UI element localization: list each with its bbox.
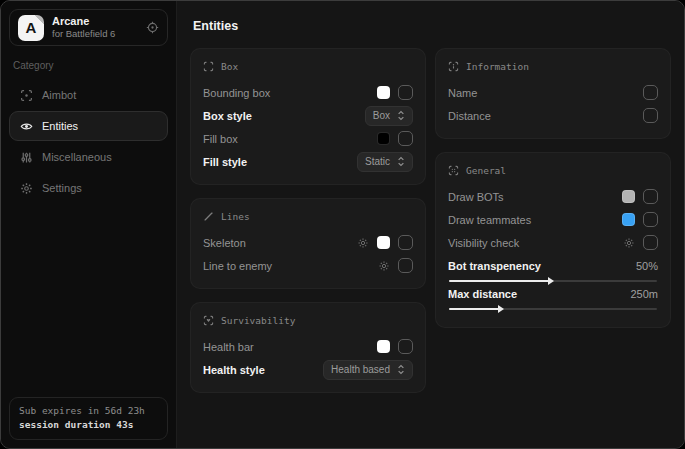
section-title: Survivability [221, 315, 295, 326]
setting-row: Box style Box [203, 104, 413, 127]
app-header-card: A Arcane for Battlefield 6 [9, 9, 168, 46]
setting-row: Visibility check [448, 231, 658, 254]
bot-transparency-slider[interactable] [449, 280, 657, 282]
setting-row: Draw teammates [448, 208, 658, 231]
eye-icon [20, 120, 33, 133]
max-distance-slider-group: Max distance 250m [448, 288, 658, 310]
slider-label: Bot transpenency [448, 260, 541, 272]
lines-section: Lines Skeleton [190, 198, 426, 289]
gear-icon[interactable] [623, 237, 635, 249]
sub-expiry-text: Sub expires in 56d 23h [19, 404, 158, 419]
draw-bots-checkbox[interactable] [643, 189, 658, 204]
sidebar-item-label: Entities [42, 120, 78, 132]
health-bar-checkbox[interactable] [398, 339, 413, 354]
info-brackets-icon [448, 61, 459, 72]
color-swatch[interactable] [377, 86, 390, 99]
chevron-updown-icon [397, 110, 405, 121]
chevron-updown-icon [397, 364, 405, 375]
section-title: Information [466, 61, 529, 72]
gear-icon[interactable] [357, 237, 369, 249]
color-swatch[interactable] [622, 213, 635, 226]
sidebar-item-settings[interactable]: Settings [9, 173, 168, 203]
setting-label: Visibility check [448, 237, 519, 249]
color-swatch[interactable] [377, 340, 390, 353]
visibility-check-checkbox[interactable] [643, 235, 658, 250]
grid-brackets-icon [448, 165, 459, 176]
line-to-enemy-checkbox[interactable] [398, 258, 413, 273]
setting-label: Fill style [203, 156, 247, 168]
bot-transparency-slider-group: Bot transpenency 50% [448, 260, 658, 282]
health-brackets-icon [203, 315, 214, 326]
color-swatch[interactable] [622, 190, 635, 203]
setting-label: Box style [203, 110, 252, 122]
survivability-section: Survivability Health bar Health style He… [190, 302, 426, 393]
sidebar-item-aimbot[interactable]: Aimbot [9, 80, 168, 110]
gear-icon[interactable] [378, 260, 390, 272]
category-label: Category [13, 60, 164, 71]
page-title: Entities [193, 19, 671, 33]
section-title: Box [221, 61, 238, 72]
distance-checkbox[interactable] [643, 108, 658, 123]
sidebar-item-label: Settings [42, 182, 82, 194]
app-subtitle: for Battlefield 6 [52, 28, 115, 40]
box-style-dropdown[interactable]: Box [365, 106, 413, 126]
subscription-info: Sub expires in 56d 23h session duration … [9, 397, 168, 440]
skeleton-checkbox[interactable] [398, 235, 413, 250]
sidebar-item-miscellaneous[interactable]: Miscellaneous [9, 142, 168, 172]
setting-row: Distance [448, 104, 658, 127]
sliders-icon [20, 151, 33, 164]
setting-label: Health bar [203, 341, 254, 353]
setting-row: Health style Health based [203, 358, 413, 381]
section-title: Lines [221, 211, 250, 222]
gear-icon [20, 182, 33, 195]
color-swatch[interactable] [377, 132, 390, 145]
main-content: Entities Box B [177, 1, 684, 448]
dropdown-value: Box [373, 110, 390, 121]
sidebar-item-label: Miscellaneous [42, 151, 112, 163]
general-section: General Draw BOTs Draw teammates [435, 152, 671, 328]
setting-label: Name [448, 87, 477, 99]
bounding-box-checkbox[interactable] [398, 85, 413, 100]
draw-teammates-checkbox[interactable] [643, 212, 658, 227]
setting-row: Draw BOTs [448, 185, 658, 208]
setting-label: Fill box [203, 133, 238, 145]
setting-row: Name [448, 81, 658, 104]
app-logo: A [18, 15, 44, 41]
setting-row: Line to enemy [203, 254, 413, 277]
setting-label: Line to enemy [203, 260, 272, 272]
box-icon [203, 61, 214, 72]
health-style-dropdown[interactable]: Health based [323, 360, 413, 380]
slider-value: 250m [630, 288, 658, 300]
sidebar: A Arcane for Battlefield 6 Category [1, 1, 177, 448]
sidebar-item-entities[interactable]: Entities [9, 111, 168, 141]
setting-row: Fill style Static [203, 150, 413, 173]
fill-box-checkbox[interactable] [398, 131, 413, 146]
diagonal-line-icon [203, 211, 214, 222]
section-title: General [466, 165, 506, 176]
setting-label: Skeleton [203, 237, 246, 249]
setting-row: Health bar [203, 335, 413, 358]
app-window: A Arcane for Battlefield 6 Category [0, 0, 685, 449]
setting-row: Skeleton [203, 231, 413, 254]
information-section: Information Name Distance [435, 48, 671, 139]
setting-label: Draw teammates [448, 214, 531, 226]
setting-label: Draw BOTs [448, 191, 504, 203]
name-checkbox[interactable] [643, 85, 658, 100]
setting-row: Bounding box [203, 81, 413, 104]
target-icon[interactable] [146, 21, 159, 34]
max-distance-slider[interactable] [449, 308, 657, 310]
setting-label: Bounding box [203, 87, 270, 99]
slider-value: 50% [636, 260, 658, 272]
sidebar-nav: Aimbot Entities Miscella [9, 80, 168, 203]
color-swatch[interactable] [377, 236, 390, 249]
setting-label: Distance [448, 110, 491, 122]
fill-style-dropdown[interactable]: Static [357, 152, 413, 172]
slider-label: Max distance [448, 288, 517, 300]
chevron-updown-icon [397, 156, 405, 167]
dropdown-value: Health based [331, 364, 390, 375]
sidebar-item-label: Aimbot [42, 89, 76, 101]
slider-fill [449, 308, 499, 310]
setting-row: Fill box [203, 127, 413, 150]
app-name: Arcane [52, 15, 115, 29]
setting-label: Health style [203, 364, 265, 376]
